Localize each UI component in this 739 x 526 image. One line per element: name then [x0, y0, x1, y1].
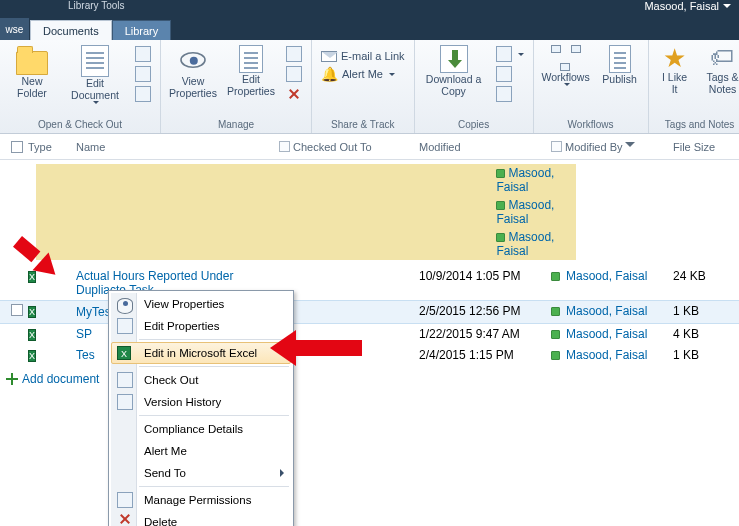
chevron-down-icon: [564, 83, 570, 86]
presence-icon: [551, 307, 560, 316]
chevron-down-icon: [93, 101, 99, 104]
ctx-delete[interactable]: Delete: [111, 511, 291, 526]
ctx-send-to[interactable]: Send To: [111, 462, 291, 484]
check-out-button[interactable]: [130, 44, 156, 64]
col-modified[interactable]: Modified: [419, 141, 551, 153]
user-link[interactable]: Masood, Faisal: [566, 304, 647, 318]
plus-icon: [6, 373, 18, 385]
send-to-button[interactable]: [491, 44, 529, 64]
ctx-check-out[interactable]: Check Out: [111, 369, 291, 391]
copies-icon: [496, 66, 512, 82]
user-link[interactable]: Masood, Faisal: [496, 198, 554, 226]
contextual-tab-label: Library Tools: [8, 0, 125, 11]
presence-icon: [551, 272, 560, 281]
workflows-button[interactable]: Workflows: [538, 42, 594, 87]
new-folder-button[interactable]: New Folder: [4, 42, 60, 100]
ribbon-group-share-track: E-mail a Link 🔔 Alert Me Share & Track: [312, 40, 415, 133]
filter-icon: [625, 142, 635, 152]
ribbon-group-tags-notes: ★ I Like It 🏷 Tags & Notes Tags and Note…: [649, 40, 739, 133]
chevron-down-icon: [518, 53, 524, 56]
document-icon: [81, 45, 109, 77]
presence-icon: [496, 169, 505, 178]
edit-icon: [117, 318, 133, 334]
publish-button[interactable]: Publish: [596, 42, 644, 86]
file-link[interactable]: SP: [76, 327, 92, 341]
check-in-icon: [135, 66, 151, 82]
separator: [139, 486, 289, 487]
ribbon-group-open-checkout: New Folder Edit Document Open & Check Ou…: [0, 40, 161, 133]
row-checkbox[interactable]: [11, 304, 23, 316]
delete-button[interactable]: [281, 84, 307, 104]
user-link[interactable]: Masood, Faisal: [566, 327, 647, 341]
tags-notes-button[interactable]: 🏷 Tags & Notes: [699, 42, 739, 96]
edit-properties-icon: [239, 45, 263, 73]
delete-icon: [289, 89, 299, 99]
discard-checkout-button[interactable]: [130, 84, 156, 104]
file-link[interactable]: Tes: [76, 348, 95, 362]
select-all-checkbox[interactable]: [11, 141, 23, 153]
alert-me-button[interactable]: 🔔 Alert Me: [316, 64, 410, 84]
separator: [139, 339, 289, 340]
presence-icon: [496, 201, 505, 210]
download-copy-button[interactable]: Download a Copy: [419, 42, 489, 98]
ctx-view-properties[interactable]: View Properties: [111, 293, 291, 315]
col-type[interactable]: Type: [28, 141, 76, 153]
permissions-button[interactable]: [281, 64, 307, 84]
checkbox-icon: [279, 141, 290, 152]
col-modified-by[interactable]: Modified By: [551, 141, 673, 153]
view-properties-button[interactable]: View Properties: [165, 42, 221, 100]
edit-document-button[interactable]: Edit Document: [62, 42, 128, 105]
view-icon: [117, 298, 133, 314]
check-in-button[interactable]: [130, 64, 156, 84]
source-button[interactable]: [491, 84, 529, 104]
col-checked-out[interactable]: Checked Out To: [279, 141, 419, 153]
user-link[interactable]: Masood, Faisal: [566, 348, 647, 362]
publish-icon: [609, 45, 631, 73]
separator: [139, 415, 289, 416]
presence-icon: [551, 330, 560, 339]
tab-documents[interactable]: Documents: [30, 20, 112, 40]
col-file-size[interactable]: File Size: [673, 141, 733, 153]
ribbon-group-copies: Download a Copy Copies: [415, 40, 534, 133]
excel-icon: X: [28, 350, 36, 362]
chevron-down-icon: [389, 73, 395, 76]
folder-icon: [16, 51, 48, 75]
tab-browse[interactable]: wse: [0, 18, 30, 40]
send-to-icon: [496, 46, 512, 62]
version-history-button[interactable]: [281, 44, 307, 64]
ctx-edit-properties[interactable]: Edit Properties: [111, 315, 291, 337]
delete-icon: [120, 514, 136, 526]
context-menu: View Properties Edit Properties XEdit in…: [108, 290, 294, 526]
title-bar: Library Tools Masood, Faisal: [0, 0, 739, 18]
ctx-version-history[interactable]: Version History: [111, 391, 291, 413]
col-name[interactable]: Name: [76, 141, 279, 153]
ribbon-tabs: wse Documents Library: [0, 18, 739, 40]
permissions-icon: [117, 492, 133, 508]
user-link[interactable]: Masood, Faisal: [496, 166, 554, 194]
check-out-icon: [117, 372, 133, 388]
grouping-block: Masood, Faisal Masood, Faisal Masood, Fa…: [36, 164, 576, 260]
star-icon: ★: [663, 45, 686, 71]
presence-icon: [551, 351, 560, 360]
ribbon: New Folder Edit Document Open & Check Ou…: [0, 40, 739, 134]
ctx-compliance[interactable]: Compliance Details: [111, 418, 291, 440]
mail-icon: [321, 51, 337, 62]
manage-copies-button[interactable]: [491, 64, 529, 84]
user-menu[interactable]: Masood, Faisal: [644, 0, 731, 12]
tag-icon: 🏷: [710, 45, 736, 71]
submenu-arrow-icon: [280, 469, 284, 477]
user-link[interactable]: Masood, Faisal: [566, 269, 647, 283]
ctx-edit-excel[interactable]: XEdit in Microsoft Excel: [111, 342, 291, 364]
like-button[interactable]: ★ I Like It: [653, 42, 697, 96]
separator: [139, 366, 289, 367]
edit-properties-button[interactable]: Edit Properties: [223, 42, 279, 98]
user-link[interactable]: Masood, Faisal: [496, 230, 554, 258]
grid-header: Type Name Checked Out To Modified Modifi…: [0, 134, 739, 160]
email-link-button[interactable]: E-mail a Link: [316, 48, 410, 64]
ctx-manage-permissions[interactable]: Manage Permissions: [111, 489, 291, 511]
ribbon-group-manage: View Properties Edit Properties Manage: [161, 40, 312, 133]
download-icon: [440, 45, 468, 73]
excel-icon: X: [117, 346, 131, 360]
ctx-alert-me[interactable]: Alert Me: [111, 440, 291, 462]
tab-library[interactable]: Library: [112, 20, 172, 40]
